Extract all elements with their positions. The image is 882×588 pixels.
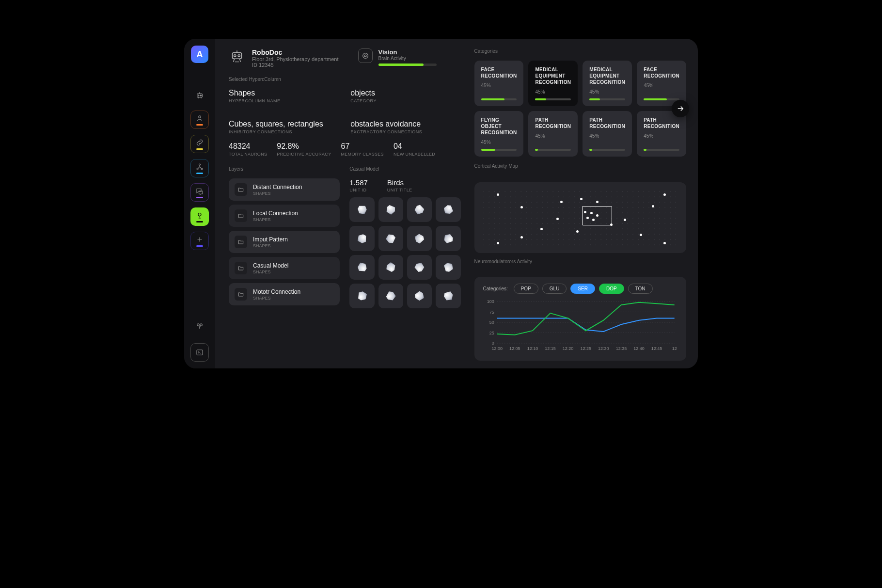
category-card[interactable]: PATH RECOGNITION 45%: [528, 111, 578, 157]
vision-bar-fill: [378, 64, 424, 66]
category-card[interactable]: PATH RECOGNITION 45%: [637, 111, 686, 157]
layer-card[interactable]: Casual ModelSHAPES: [229, 257, 340, 279]
info-inhib: Cubes, squares, rectangles INHIBITORY CO…: [229, 120, 339, 134]
category-bar: [589, 149, 625, 151]
layer-sub: SHAPES: [253, 296, 300, 301]
vision-bar: [378, 64, 437, 66]
cortical-map[interactable]: [474, 182, 686, 253]
active-dot: [610, 223, 613, 226]
stat-mem: 67MEMORY CLASSES: [341, 142, 383, 157]
model-col: Casual Model 1.587UNIT ID BirdsUNIT TITL…: [349, 166, 460, 361]
layer-card[interactable]: Imput PatternSHAPES: [229, 231, 340, 253]
right-column: Categories FACE RECOGNITION 45% MEDICAL …: [474, 48, 686, 361]
nav-item-camera[interactable]: [190, 317, 209, 335]
chip-ton[interactable]: TON: [628, 284, 653, 294]
info-small: CATEGORY: [350, 98, 460, 103]
svg-point-12: [234, 55, 236, 57]
svg-text:12: 12: [672, 346, 677, 351]
line-chart: 025507510012:0012:0512:1012:1512:2012:25…: [483, 299, 677, 352]
nav-item-yellow[interactable]: [190, 135, 209, 153]
chip-glu[interactable]: GLU: [542, 284, 567, 294]
info-small: HYPERCOLUMN NAME: [229, 98, 339, 103]
cube-icon: [383, 288, 398, 303]
left-column: RoboDoc Floor 3rd, Physiotherapy departm…: [229, 48, 461, 361]
cube-icon: [412, 288, 427, 303]
link-icon: [195, 138, 204, 147]
model-label: Casual Model: [349, 166, 460, 172]
layer-title: Distant Connection: [253, 184, 302, 191]
cube-icon: [412, 202, 427, 217]
svg-point-13: [238, 55, 240, 57]
model-cell[interactable]: [436, 226, 460, 251]
category-title: FACE RECOGNITION: [481, 66, 517, 79]
category-card[interactable]: PATH RECOGNITION 45%: [583, 111, 632, 157]
category-card[interactable]: FLYING OBJECT RECOGNITION 45%: [474, 111, 524, 157]
cube-icon: [441, 260, 456, 275]
category-bar: [535, 98, 571, 100]
layer-card[interactable]: Distant ConnectionSHAPES: [229, 178, 340, 201]
model-cell[interactable]: [407, 226, 432, 251]
category-card[interactable]: FACE RECOGNITION 45%: [474, 61, 524, 106]
model-cell[interactable]: [407, 284, 432, 308]
model-cell[interactable]: [407, 255, 432, 280]
terminal-icon: [195, 348, 204, 357]
model-cell[interactable]: [378, 197, 403, 222]
model-cell[interactable]: [436, 197, 460, 222]
svg-text:12:00: 12:00: [491, 346, 503, 351]
category-percent: 45%: [589, 89, 625, 95]
stat-unlab: 04NEW UNLABELLED: [394, 142, 435, 157]
nav-item-orange[interactable]: [190, 111, 209, 129]
vision-sub: Brain Activity: [378, 56, 437, 61]
category-bar: [481, 98, 517, 100]
folder-icon: [235, 236, 247, 248]
model-cell[interactable]: [378, 226, 403, 251]
doc-subtitle-2: ID 12345: [252, 62, 339, 68]
doc-subtitle-1: Floor 3rd, Physiotherapy department: [252, 56, 339, 62]
layer-card[interactable]: Mototr ConnectionSHAPES: [229, 283, 340, 305]
folder-icon: [235, 183, 247, 196]
model-cell[interactable]: [407, 197, 432, 222]
model-cell[interactable]: [349, 197, 374, 222]
chip-dop[interactable]: DOP: [599, 284, 624, 294]
layers-list: Distant ConnectionSHAPES Local Connectio…: [229, 178, 340, 309]
category-card[interactable]: MEDICAL EQUIPMENT RECOGNITION 45%: [583, 61, 632, 106]
app-logo[interactable]: A: [191, 46, 208, 63]
category-title: MEDICAL EQUIPMENT RECOGNITION: [589, 66, 625, 85]
chip-pop[interactable]: POP: [514, 284, 538, 294]
cube-icon: [383, 231, 398, 246]
chip-label: Categories:: [483, 286, 508, 291]
cube-icon: [355, 288, 370, 303]
model-cell[interactable]: [436, 284, 460, 308]
nav-item-cyan[interactable]: [190, 159, 209, 177]
chip-ser[interactable]: SER: [570, 284, 595, 294]
model-cell[interactable]: [349, 255, 374, 280]
network-icon: [195, 162, 204, 171]
model-cell[interactable]: [378, 255, 403, 280]
info-small: INHIBITORY CONNECTIONS: [229, 129, 339, 134]
svg-text:12:15: 12:15: [545, 346, 556, 351]
svg-text:0: 0: [491, 341, 494, 346]
layer-card[interactable]: Local ConnectionSHAPES: [229, 205, 340, 227]
arrow-right-icon: [676, 104, 685, 113]
model-cell[interactable]: [378, 284, 403, 308]
model-cell[interactable]: [436, 255, 460, 280]
plus-icon: [195, 235, 204, 244]
nav-item-violet[interactable]: [190, 232, 209, 250]
category-card[interactable]: FACE RECOGNITION 45%: [637, 61, 686, 106]
layer-sub: SHAPES: [253, 243, 288, 248]
category-bar: [481, 149, 517, 151]
model-cell[interactable]: [349, 226, 374, 251]
category-percent: 45%: [589, 133, 625, 139]
model-cell[interactable]: [349, 284, 374, 308]
nav-item-terminal[interactable]: [190, 343, 209, 362]
sidebar: A: [184, 39, 215, 368]
category-card[interactable]: MEDICAL EQUIPMENT RECOGNITION 45%: [528, 61, 578, 106]
scroll-right-button[interactable]: [672, 100, 689, 117]
svg-text:12:40: 12:40: [633, 346, 645, 351]
doc-block: RoboDoc Floor 3rd, Physiotherapy departm…: [229, 48, 339, 68]
nav-item-purple[interactable]: [190, 183, 209, 202]
category-bar: [644, 149, 679, 151]
model-header: 1.587UNIT ID BirdsUNIT TITLE: [349, 178, 460, 192]
nav-item-generic[interactable]: [190, 86, 209, 105]
nav-item-active[interactable]: [190, 207, 209, 226]
